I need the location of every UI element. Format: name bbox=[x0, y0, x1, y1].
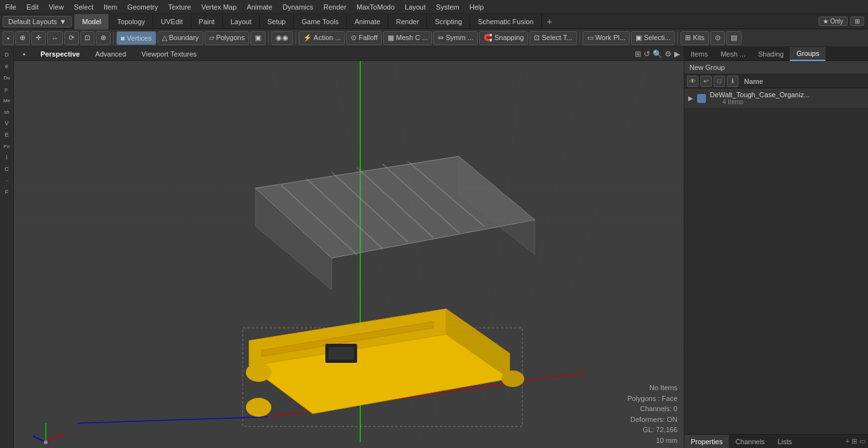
sidebar-icon-2[interactable]: e bbox=[2, 61, 12, 71]
sidebar-icon-e[interactable]: E bbox=[2, 130, 12, 140]
menu-dynamics[interactable]: Dynamics bbox=[278, 2, 318, 12]
tool-move[interactable]: ↔ bbox=[47, 31, 63, 45]
menu-system[interactable]: System bbox=[431, 2, 465, 12]
vp-tab-viewport-textures[interactable]: Viewport Textures bbox=[137, 49, 202, 59]
tab-topology[interactable]: Topology bbox=[109, 14, 153, 29]
vp-icon-search[interactable]: 🔍 bbox=[653, 50, 662, 58]
tool-select-t[interactable]: ⊡ Select T... bbox=[529, 31, 576, 45]
vp-icon-reset[interactable]: ↺ bbox=[644, 50, 650, 58]
right-tab-shading[interactable]: Shading bbox=[752, 47, 790, 61]
menu-animate[interactable]: Animate bbox=[241, 2, 277, 12]
tab-schematic-fusion[interactable]: Schematic Fusion bbox=[470, 14, 541, 29]
groups-eye-button[interactable]: 👁 bbox=[687, 76, 698, 87]
expand-icon[interactable]: ▶ bbox=[688, 95, 693, 102]
tab-setup[interactable]: Setup bbox=[260, 14, 294, 29]
props-tab-lists[interactable]: Lists bbox=[771, 435, 799, 449]
tab-uvedit[interactable]: UVEdit bbox=[153, 14, 191, 29]
tool-dual[interactable]: ◉◉ bbox=[271, 31, 293, 45]
viewport-area[interactable]: • Perspective Advanced Viewport Textures… bbox=[14, 47, 684, 448]
tool-mesh[interactable]: ▦ Mesh C ... bbox=[383, 31, 432, 45]
vp-tab-dot[interactable]: • bbox=[18, 49, 31, 59]
props-tab-channels[interactable]: Channels bbox=[729, 435, 771, 449]
sidebar-icon-p[interactable]: p. bbox=[2, 84, 12, 94]
tool-work-plane[interactable]: ▭ Work Pl... bbox=[583, 31, 630, 45]
menu-help[interactable]: Help bbox=[465, 2, 489, 12]
layout-dropdown[interactable]: Default Layouts ▼ bbox=[3, 16, 72, 27]
sidebar-icon-v[interactable]: V bbox=[2, 118, 12, 128]
menu-texture[interactable]: Texture bbox=[163, 2, 196, 12]
sidebar-icon-dot[interactable]: · bbox=[2, 175, 12, 186]
tool-polygons[interactable]: ▱ Polygons bbox=[205, 31, 249, 45]
menu-geometry[interactable]: Geometry bbox=[122, 2, 163, 12]
right-tabs: Items Mesh ... Shading Groups bbox=[684, 47, 868, 61]
tool-selection[interactable]: ▣ Selecti... bbox=[631, 31, 675, 45]
vp-tab-advanced[interactable]: Advanced bbox=[90, 49, 132, 59]
menu-maxtomodo[interactable]: MaxToModo bbox=[351, 2, 400, 12]
vp-icon-maximize[interactable]: ⊞ bbox=[635, 50, 641, 58]
sidebar-icon-po[interactable]: Po bbox=[2, 141, 12, 151]
tab-paint[interactable]: Paint bbox=[191, 14, 223, 29]
sidebar-icon-me[interactable]: Me bbox=[2, 95, 12, 105]
tab-add-button[interactable]: + bbox=[542, 15, 557, 28]
tool-kits[interactable]: ⊞ Kits bbox=[681, 31, 709, 45]
tab-layout[interactable]: Layout bbox=[223, 14, 260, 29]
sidebar-icon-dup[interactable]: Du bbox=[2, 72, 12, 83]
sidebar-icon-f[interactable]: F bbox=[2, 187, 12, 197]
groups-info-button[interactable]: ℹ bbox=[727, 76, 738, 87]
tab-render[interactable]: Render bbox=[388, 14, 427, 29]
tool-select[interactable]: ⊗ bbox=[96, 31, 111, 45]
right-tab-items[interactable]: Items bbox=[684, 47, 714, 61]
tool-dot[interactable]: • bbox=[3, 31, 14, 45]
sidebar-icon-l[interactable]: l bbox=[2, 153, 12, 163]
only-button[interactable]: ★ Only bbox=[818, 17, 848, 26]
groups-spacer bbox=[684, 109, 868, 434]
sidebar-icon-c[interactable]: C bbox=[2, 164, 12, 174]
viewport-canvas[interactable]: No Items Polygons : Face Channels: 0 Def… bbox=[14, 61, 684, 448]
tool-bar: • ⊕ ✛ ↔ ⟳ ⊡ ⊗ ■ Vertices △ Boundary ▱ Po… bbox=[0, 29, 868, 47]
tab-animate[interactable]: Animate bbox=[347, 14, 388, 29]
right-tab-mesh[interactable]: Mesh ... bbox=[714, 47, 752, 61]
tool-crosshair[interactable]: ✛ bbox=[31, 31, 46, 45]
tool-square[interactable]: ▣ bbox=[250, 31, 266, 45]
menu-view[interactable]: View bbox=[44, 2, 69, 12]
tool-symmetry[interactable]: ⇔ Symm ... bbox=[433, 31, 477, 45]
menu-file[interactable]: File bbox=[0, 2, 22, 12]
vp-icon-settings[interactable]: ⚙ bbox=[665, 50, 672, 58]
tool-add[interactable]: ⊕ bbox=[15, 31, 30, 45]
tab-game-tools[interactable]: Game Tools bbox=[294, 14, 347, 29]
tool-vertices[interactable]: ■ Vertices bbox=[116, 31, 156, 45]
tool-circle[interactable]: ⊙ bbox=[710, 31, 725, 45]
tool-scale[interactable]: ⊡ bbox=[80, 31, 95, 45]
tool-grid[interactable]: ▤ bbox=[726, 31, 742, 45]
tool-rotate[interactable]: ⟳ bbox=[64, 31, 79, 45]
sidebar-icon-1[interactable]: D bbox=[2, 50, 12, 60]
menu-edit[interactable]: Edit bbox=[22, 2, 44, 12]
groups-copy-button[interactable]: □ bbox=[714, 76, 725, 87]
tool-falloff[interactable]: ⊙ Falloff bbox=[346, 31, 382, 45]
vp-tab-perspective[interactable]: Perspective bbox=[36, 49, 85, 59]
group-list-item[interactable]: ▶ DeWalt_Tough_Case_Organiz... 4 Items bbox=[684, 88, 868, 109]
props-collapse-icon[interactable]: ▭ bbox=[859, 437, 865, 445]
tool-snapping[interactable]: 🧲 Snapping bbox=[479, 31, 529, 45]
groups-reset-button[interactable]: ↩ bbox=[700, 76, 712, 87]
new-group-label: New Group bbox=[689, 64, 725, 71]
tool-boundary[interactable]: △ Boundary bbox=[158, 31, 203, 45]
menu-bar: File Edit View Select Item Geometry Text… bbox=[0, 0, 868, 14]
menu-layout[interactable]: Layout bbox=[400, 2, 431, 12]
tab-scripting[interactable]: Scripting bbox=[427, 14, 470, 29]
tool-action[interactable]: ⚡ Action ... bbox=[299, 31, 345, 45]
props-add-icon[interactable]: + bbox=[846, 437, 850, 445]
separator-5 bbox=[677, 32, 678, 44]
tab-model[interactable]: Model bbox=[74, 14, 109, 29]
menu-item[interactable]: Item bbox=[98, 2, 122, 12]
new-group-button[interactable]: New Group bbox=[684, 61, 868, 74]
props-tab-properties[interactable]: Properties bbox=[684, 435, 729, 449]
menu-render[interactable]: Render bbox=[318, 2, 351, 12]
right-tab-groups[interactable]: Groups bbox=[790, 47, 825, 61]
menu-vertex-map[interactable]: Vertex Map bbox=[196, 2, 242, 12]
vp-icon-expand[interactable]: ▶ bbox=[674, 50, 680, 58]
sidebar-icon-sh[interactable]: sh bbox=[2, 107, 12, 117]
menu-select[interactable]: Select bbox=[69, 2, 98, 12]
props-expand-icon[interactable]: ⊞ bbox=[851, 437, 857, 445]
maximize-button[interactable]: ⊞ bbox=[850, 17, 864, 26]
